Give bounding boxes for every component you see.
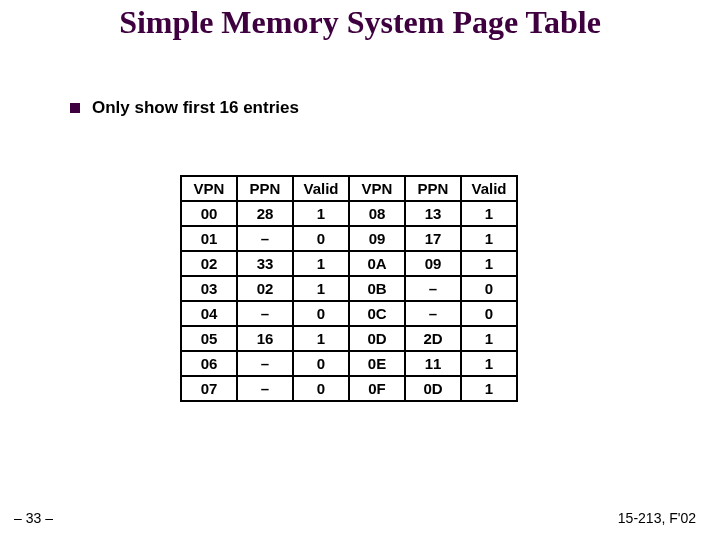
- cell: 07: [181, 376, 237, 401]
- cell: 1: [461, 326, 517, 351]
- table-header-row: VPN PPN Valid VPN PPN Valid: [181, 176, 517, 201]
- cell: 1: [293, 326, 349, 351]
- cell: 16: [237, 326, 293, 351]
- cell: 0: [293, 301, 349, 326]
- col-valid-1: Valid: [293, 176, 349, 201]
- cell: 04: [181, 301, 237, 326]
- cell: –: [237, 376, 293, 401]
- cell: 33: [237, 251, 293, 276]
- cell: 0B: [349, 276, 405, 301]
- cell: 0D: [349, 326, 405, 351]
- page-table: VPN PPN Valid VPN PPN Valid 00 28 1 08 1…: [180, 175, 518, 402]
- cell: 0: [461, 276, 517, 301]
- cell: 0C: [349, 301, 405, 326]
- table-row: 02 33 1 0A 09 1: [181, 251, 517, 276]
- cell: 13: [405, 201, 461, 226]
- cell: 1: [461, 201, 517, 226]
- course-tag: 15-213, F'02: [618, 510, 696, 526]
- table-row: 06 – 0 0E 11 1: [181, 351, 517, 376]
- cell: 1: [461, 251, 517, 276]
- cell: 0E: [349, 351, 405, 376]
- cell: 0: [293, 376, 349, 401]
- col-vpn-1: VPN: [181, 176, 237, 201]
- square-bullet-icon: [70, 103, 80, 113]
- cell: 1: [293, 276, 349, 301]
- table-row: 07 – 0 0F 0D 1: [181, 376, 517, 401]
- cell: 0A: [349, 251, 405, 276]
- bullet-text: Only show first 16 entries: [92, 98, 299, 118]
- cell: 0D: [405, 376, 461, 401]
- cell: –: [405, 276, 461, 301]
- cell: 0: [293, 351, 349, 376]
- col-ppn-2: PPN: [405, 176, 461, 201]
- cell: 17: [405, 226, 461, 251]
- cell: 1: [461, 376, 517, 401]
- cell: 09: [349, 226, 405, 251]
- cell: 02: [237, 276, 293, 301]
- slide: Simple Memory System Page Table Only sho…: [0, 0, 720, 540]
- cell: 06: [181, 351, 237, 376]
- col-ppn-1: PPN: [237, 176, 293, 201]
- cell: –: [237, 226, 293, 251]
- cell: 01: [181, 226, 237, 251]
- table-row: 04 – 0 0C – 0: [181, 301, 517, 326]
- table-row: 01 – 0 09 17 1: [181, 226, 517, 251]
- cell: 1: [293, 251, 349, 276]
- cell: –: [405, 301, 461, 326]
- cell: 0: [293, 226, 349, 251]
- col-vpn-2: VPN: [349, 176, 405, 201]
- cell: 02: [181, 251, 237, 276]
- cell: 1: [461, 226, 517, 251]
- cell: –: [237, 351, 293, 376]
- table-row: 00 28 1 08 13 1: [181, 201, 517, 226]
- slide-number: – 33 –: [14, 510, 53, 526]
- col-valid-2: Valid: [461, 176, 517, 201]
- cell: 00: [181, 201, 237, 226]
- cell: 11: [405, 351, 461, 376]
- cell: 03: [181, 276, 237, 301]
- cell: 08: [349, 201, 405, 226]
- cell: 09: [405, 251, 461, 276]
- cell: –: [237, 301, 293, 326]
- cell: 2D: [405, 326, 461, 351]
- cell: 28: [237, 201, 293, 226]
- cell: 05: [181, 326, 237, 351]
- cell: 1: [293, 201, 349, 226]
- bullet-row: Only show first 16 entries: [70, 98, 299, 118]
- table: VPN PPN Valid VPN PPN Valid 00 28 1 08 1…: [180, 175, 518, 402]
- page-title: Simple Memory System Page Table: [20, 4, 700, 41]
- table-row: 05 16 1 0D 2D 1: [181, 326, 517, 351]
- table-row: 03 02 1 0B – 0: [181, 276, 517, 301]
- cell: 0F: [349, 376, 405, 401]
- cell: 1: [461, 351, 517, 376]
- cell: 0: [461, 301, 517, 326]
